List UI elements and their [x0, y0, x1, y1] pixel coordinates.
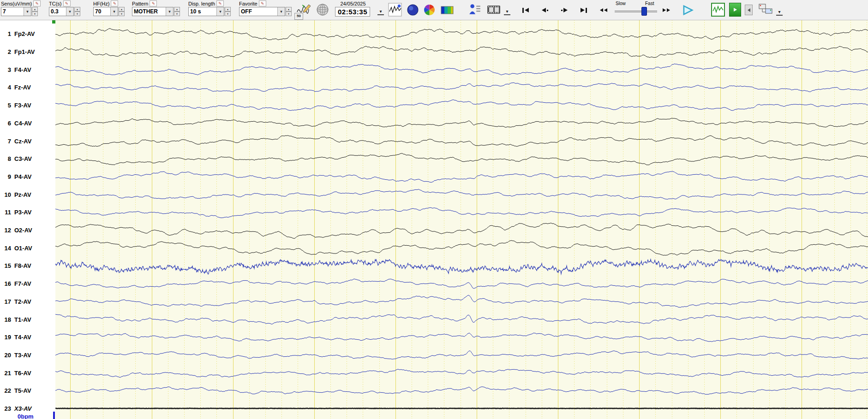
eeg-trace-area[interactable] [55, 20, 868, 419]
patient-info-button[interactable] [468, 2, 482, 17]
spectrum-map-button[interactable] [423, 3, 436, 16]
event-marker[interactable] [52, 20, 55, 24]
channel-label: Fz-AV [14, 84, 31, 91]
edit-pencil-icon[interactable]: ✎ [216, 0, 224, 6]
fast-forward-button[interactable] [663, 4, 670, 16]
channel-row[interactable]: 19 T4-AV [0, 334, 55, 341]
edit-pencil-icon[interactable]: ✎ [63, 0, 71, 6]
channel-row[interactable]: 16 F7-AV [0, 280, 55, 288]
waveform-chart-icon [388, 3, 402, 17]
channel-row[interactable]: 18 T1-AV [0, 316, 55, 323]
channel-label: T1-AV [14, 316, 31, 323]
combo-value: 10 s [189, 8, 216, 15]
channel-row[interactable]: 23 X3-AV [0, 405, 55, 413]
head-map-button[interactable] [406, 3, 419, 16]
triangle-right-icon [581, 8, 585, 12]
toolbar-combo-group: TC(s) ✎ 0.3 ▾ ▲ ▼ [49, 0, 80, 16]
play-icon [682, 5, 694, 16]
video-dropdown-button[interactable]: ▾ [504, 9, 510, 15]
channel-row[interactable]: 2 Fp1-AV [0, 48, 55, 56]
network-icon [758, 3, 773, 16]
rewind-button[interactable] [600, 4, 607, 16]
video-button[interactable] [486, 4, 501, 16]
combo-spinner: ▲ ▼ [32, 7, 38, 16]
combo-select[interactable]: OFF ▾ [239, 7, 285, 16]
edit-pencil-icon[interactable]: ✎ [259, 0, 266, 6]
channel-number: 5 [0, 102, 11, 109]
combo-select[interactable]: MOTHER ▾ [132, 7, 174, 16]
spin-up-button[interactable]: ▲ [74, 7, 80, 12]
channel-label: F8-AV [14, 262, 31, 269]
channel-row[interactable]: 1 Fp2-AV [0, 30, 55, 38]
channel-row[interactable]: 15 F8-AV [0, 262, 55, 270]
channel-row[interactable]: 11 P3-AV [0, 209, 55, 216]
edit-pencil-icon[interactable]: ✎ [111, 0, 118, 6]
spin-up-button[interactable]: ▲ [225, 7, 231, 12]
colormap-gradient-icon [441, 6, 454, 15]
datetime-dropdown-button[interactable]: ▾ [377, 9, 384, 15]
spin-down-button[interactable]: ▼ [32, 12, 38, 16]
spin-up-button[interactable]: ▲ [119, 7, 125, 12]
spin-up-button[interactable]: ▲ [286, 7, 292, 12]
combo-value: 7 [1, 8, 24, 15]
collapse-toolbar-button[interactable] [745, 5, 753, 15]
heart-rate-label: 0bpm [18, 413, 34, 419]
spin-down-button[interactable]: ▼ [174, 12, 180, 16]
channel-number: 16 [0, 280, 11, 287]
step-back-button[interactable] [542, 4, 548, 16]
channel-row[interactable]: 9 P4-AV [0, 173, 55, 180]
channel-row[interactable]: 14 O1-AV [0, 244, 55, 252]
channel-number: 7 [0, 138, 11, 145]
channel-row[interactable]: 8 C3-AV [0, 155, 55, 163]
channel-row[interactable]: 3 F4-AV [0, 66, 55, 73]
skip-to-start-button[interactable] [522, 4, 529, 16]
channel-label: Fp1-AV [14, 48, 35, 55]
combo-select[interactable]: 0.3 ▾ [49, 7, 74, 16]
channel-row[interactable]: 6 C4-AV [0, 119, 55, 127]
skip-to-end-button[interactable] [581, 4, 587, 16]
electrode-map-button[interactable] [316, 3, 329, 17]
combo-select[interactable]: 70 ▾ [93, 7, 118, 16]
combo-select[interactable]: 7 ▾ [1, 7, 31, 16]
channel-row[interactable]: 21 T6-AV [0, 369, 55, 377]
edit-pencil-icon[interactable]: ✎ [150, 0, 157, 6]
toolbar-combo-group: HF(Hz) ✎ 70 ▾ ▲ ▼ [93, 0, 125, 16]
network-settings-button[interactable] [758, 2, 773, 16]
channel-row[interactable]: 22 T5-AV [0, 387, 55, 395]
channel-row[interactable]: 17 T2-AV [0, 298, 55, 305]
combo-label: Disp. length [188, 1, 215, 6]
edit-pencil-icon[interactable]: ✎ [33, 0, 41, 6]
channel-label: X3-AV [14, 405, 31, 412]
speed-slider-track[interactable] [615, 11, 657, 13]
channel-row[interactable]: 10 Pz-AV [0, 191, 55, 198]
channel-label: P3-AV [14, 209, 31, 216]
waveform-review-button[interactable] [388, 2, 402, 17]
channel-label: T6-AV [14, 370, 31, 377]
network-dropdown-button[interactable]: ▾ [776, 9, 783, 16]
channel-label: F3-AV [14, 102, 31, 109]
step-forward-button[interactable] [561, 4, 568, 16]
spin-down-button[interactable]: ▼ [225, 12, 231, 16]
spin-down-button[interactable]: ▼ [74, 12, 80, 16]
play-button[interactable] [679, 2, 697, 18]
channel-row[interactable]: 4 Fz-AV [0, 84, 55, 91]
speed-slider-thumb[interactable] [641, 7, 647, 16]
spin-up-button[interactable]: ▲ [32, 7, 38, 12]
combo-select[interactable]: 10 s ▾ [188, 7, 224, 16]
green-play-button[interactable] [729, 3, 741, 17]
spin-down-button[interactable]: ▼ [286, 12, 292, 16]
spin-up-button[interactable]: ▲ [174, 7, 180, 12]
colormap-button[interactable] [440, 5, 454, 16]
triangle-right-icon [563, 8, 568, 12]
spin-down-button[interactable]: ▼ [119, 12, 125, 16]
toolbar: Sens(uV/mm) ✎ 7 ▾ ▲ ▼ TC(s) ✎ 0.3 ▾ ▲ [0, 0, 868, 20]
grid-50-badge: 50 [294, 13, 303, 20]
film-icon [487, 4, 501, 15]
channel-row[interactable]: 20 T3-AV [0, 351, 55, 359]
annotation-pen-button[interactable]: 50 [295, 1, 312, 18]
combo-label: Favorite [239, 1, 257, 6]
channel-row[interactable]: 7 Cz-AV [0, 137, 55, 145]
wave-display-button[interactable] [711, 2, 725, 17]
channel-row[interactable]: 5 F3-AV [0, 102, 55, 109]
channel-row[interactable]: 12 O2-AV [0, 227, 55, 234]
